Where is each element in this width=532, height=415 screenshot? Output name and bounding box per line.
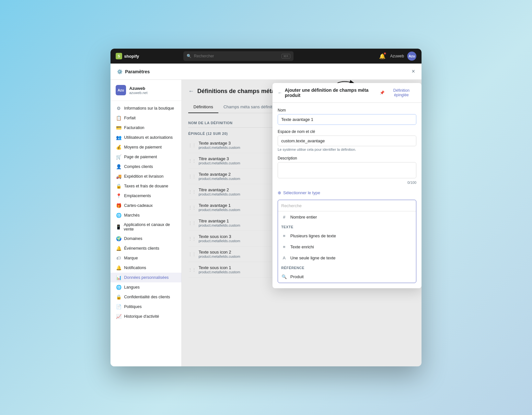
modal-back-icon[interactable]: ← bbox=[278, 90, 282, 95]
dropdown-section-reference: Référence bbox=[278, 263, 416, 271]
policies-icon: 📄 bbox=[116, 304, 121, 309]
events-icon: 🔔 bbox=[116, 246, 121, 251]
app-logo: S shopify bbox=[116, 53, 139, 59]
search-input[interactable] bbox=[194, 54, 279, 58]
dropdown-item-collection[interactable]: 🔍 Collection bbox=[278, 282, 416, 283]
sidebar-label-emplacements: Emplacements bbox=[124, 194, 151, 198]
sidebar-item-notifications[interactable]: 🔔 Notifications bbox=[110, 263, 181, 273]
gear-icon: ⚙️ bbox=[117, 69, 122, 74]
modal-header: ← Ajouter une définition de champs méta … bbox=[272, 83, 422, 103]
sidebar-item-donnees[interactable]: 📊 Données personnalisées bbox=[110, 273, 181, 282]
dropdown-search[interactable] bbox=[278, 200, 416, 211]
search-shortcut: ⌘K bbox=[282, 54, 290, 59]
add-definition-modal: ← Ajouter une définition de champs méta … bbox=[272, 83, 422, 288]
sidebar-item-confidentialite[interactable]: 🔒 Confidentialité des clients bbox=[110, 292, 181, 302]
plus-circle-icon: ⊕ bbox=[278, 190, 281, 195]
description-field-group: Description 0/100 bbox=[278, 156, 416, 184]
history-icon: 📈 bbox=[116, 314, 121, 319]
nom-field-group: Nom bbox=[278, 108, 416, 125]
pinned-button[interactable]: 📌 Définition épinglée bbox=[380, 88, 416, 97]
dropdown-item-plusieurs-lignes[interactable]: ≡ Plusieurs lignes de texte bbox=[278, 230, 416, 241]
dropdown-label-une-ligne: Une seule ligne de texte bbox=[290, 255, 335, 260]
modal-title-text: Ajouter une définition de champs méta pr… bbox=[285, 88, 380, 98]
pin-icon: 📌 bbox=[380, 90, 385, 95]
sidebar-label-historique: Historique d'activité bbox=[124, 314, 159, 319]
sidebar: Azu Azuweb azuweb.net ⚙ Informations sur… bbox=[110, 80, 182, 366]
sidebar-item-page-paiement[interactable]: 🛒 Page de paiement bbox=[110, 152, 181, 162]
sidebar-label-comptes: Comptes clients bbox=[124, 164, 153, 169]
client-icon: 👤 bbox=[116, 164, 121, 169]
notifications-button[interactable]: 🔔 bbox=[378, 52, 387, 61]
forfait-icon: 📋 bbox=[116, 115, 121, 121]
sidebar-label-notifications: Notifications bbox=[124, 266, 146, 270]
dropdown-label-nombre-entier: Nombre entier bbox=[290, 215, 317, 219]
namespace-input[interactable] bbox=[278, 136, 416, 146]
lang-icon: 🌐 bbox=[116, 285, 121, 290]
store-info: Azu Azuweb azuweb.net bbox=[110, 85, 181, 101]
settings-header: ⚙️ Paramètres × bbox=[110, 64, 422, 80]
dropdown-section-texte: Texte bbox=[278, 222, 416, 230]
cart-icon: 🛒 bbox=[116, 154, 121, 160]
sidebar-item-applications[interactable]: 📱 Applications et canaux de vente bbox=[110, 220, 181, 234]
search-bar[interactable]: 🔍 ⌘K bbox=[183, 51, 294, 61]
data-icon: 📊 bbox=[116, 275, 121, 280]
modal-overlay: ← Ajouter une définition de champs méta … bbox=[182, 80, 422, 366]
sidebar-label-politiques: Politiques bbox=[124, 304, 142, 309]
sidebar-item-paiement[interactable]: 💰 Moyens de paiement bbox=[110, 142, 181, 152]
sidebar-item-expedition[interactable]: 🚚 Expédition et livraison bbox=[110, 172, 181, 181]
store-avatar: Azu bbox=[116, 85, 126, 95]
sidebar-label-domaines: Domaines bbox=[124, 236, 142, 241]
facturation-icon: 💳 bbox=[116, 125, 121, 130]
dropdown-item-une-ligne[interactable]: A Une seule ligne de texte bbox=[278, 252, 416, 263]
sidebar-item-langues[interactable]: 🌐 Langues bbox=[110, 282, 181, 292]
sidebar-item-evenements[interactable]: 🔔 Événements clients bbox=[110, 243, 181, 253]
close-button[interactable]: × bbox=[411, 68, 415, 75]
taxes-icon: 🔒 bbox=[116, 184, 121, 189]
dropdown-search-input[interactable] bbox=[281, 203, 413, 208]
settings-title-text: Paramètres bbox=[125, 69, 150, 74]
sidebar-label-page-paiement: Page de paiement bbox=[124, 155, 157, 159]
sidebar-item-historique[interactable]: 📈 Historique d'activité bbox=[110, 312, 181, 321]
location-icon: 📍 bbox=[116, 193, 121, 198]
sidebar-item-facturation[interactable]: 💳 Facturation bbox=[110, 123, 181, 133]
singleline-icon: A bbox=[281, 255, 287, 261]
sidebar-item-informations[interactable]: ⚙ Informations sur la boutique bbox=[110, 103, 181, 113]
sidebar-item-forfait[interactable]: 📋 Forfait bbox=[110, 113, 181, 123]
sidebar-item-utilisateurs[interactable]: 👥 Utilisateurs et autorisations bbox=[110, 133, 181, 142]
sidebar-item-cartes[interactable]: 🎁 Cartes-cadeaux bbox=[110, 201, 181, 210]
sidebar-label-donnees: Données personnalisées bbox=[124, 275, 169, 280]
main-area: Azu Azuweb azuweb.net ⚙ Informations sur… bbox=[110, 80, 422, 366]
sidebar-store-url: azuweb.net bbox=[129, 91, 147, 95]
dropdown-list: # Nombre entier Texte ≡ Plusieurs lignes… bbox=[278, 211, 416, 283]
sidebar-item-politiques[interactable]: 📄 Politiques bbox=[110, 302, 181, 312]
gift-icon: 🎁 bbox=[116, 203, 121, 208]
sidebar-label-cartes: Cartes-cadeaux bbox=[124, 203, 153, 208]
product-icon: 🔍 bbox=[281, 274, 287, 279]
users-icon: 👥 bbox=[116, 135, 121, 140]
sidebar-item-domaines[interactable]: 🌍 Domaines bbox=[110, 234, 181, 243]
dropdown-item-texte-enrichi[interactable]: ≡ Texte enrichi bbox=[278, 241, 416, 252]
nom-input[interactable] bbox=[278, 114, 416, 125]
notif-icon: 🔔 bbox=[116, 265, 121, 270]
content-area: ← Définitions de champs méta Produit Ajo… bbox=[182, 80, 422, 366]
brand-icon: 🏷 bbox=[116, 255, 121, 261]
sidebar-item-comptes[interactable]: 👤 Comptes clients bbox=[110, 162, 181, 172]
info-icon: ⚙ bbox=[116, 106, 121, 111]
sidebar-item-marque[interactable]: 🏷 Marque bbox=[110, 253, 181, 263]
select-type-button[interactable]: ⊕ Sélectionner le type bbox=[278, 189, 320, 196]
domains-icon: 🌍 bbox=[116, 236, 121, 241]
sidebar-item-marches[interactable]: 🌐 Marchés bbox=[110, 210, 181, 220]
nom-label: Nom bbox=[278, 108, 416, 113]
dropdown-item-nombre-entier[interactable]: # Nombre entier bbox=[278, 211, 416, 222]
dropdown-item-produit[interactable]: 🔍 Produit bbox=[278, 271, 416, 282]
select-type-label: Sélectionner le type bbox=[283, 190, 320, 195]
dropdown-label-produit: Produit bbox=[290, 274, 304, 279]
sidebar-item-emplacements[interactable]: 📍 Emplacements bbox=[110, 191, 181, 201]
description-textarea[interactable] bbox=[278, 162, 416, 178]
settings-title: ⚙️ Paramètres bbox=[117, 69, 150, 74]
sidebar-item-taxes[interactable]: 🔒 Taxes et frais de douane bbox=[110, 181, 181, 191]
sidebar-label-forfait: Forfait bbox=[124, 116, 135, 120]
sidebar-label-marque: Marque bbox=[124, 256, 138, 260]
globe-icon: 🌐 bbox=[116, 213, 121, 218]
user-avatar[interactable]: Azu bbox=[407, 52, 416, 61]
